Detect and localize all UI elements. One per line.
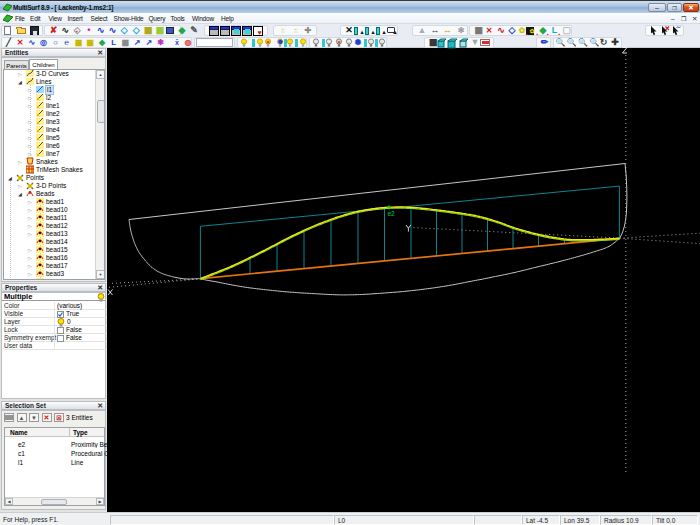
svg-text:e2: e2 <box>388 210 396 217</box>
